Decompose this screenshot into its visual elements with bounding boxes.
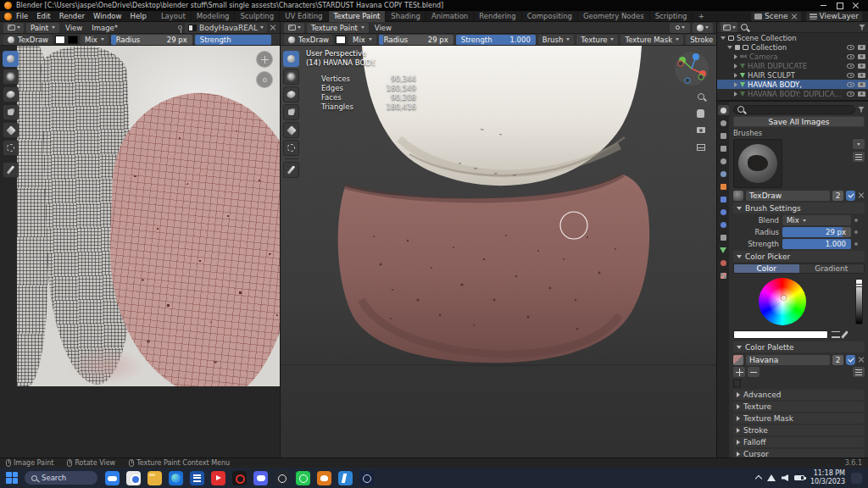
fill-tool-button[interactable] [3,122,19,138]
workspace-tab-geometry-nodes[interactable]: Geometry Nodes [578,11,650,22]
taskbar-app-youtube-music[interactable] [232,471,247,485]
annotate-tool-button[interactable] [3,162,19,178]
palette-icon[interactable] [733,355,743,365]
active-tool-button[interactable]: TexDraw [3,35,53,45]
cursor-panel-header[interactable]: Cursor [733,449,865,458]
taskbar-app-vscode[interactable] [338,471,353,485]
expander-icon[interactable] [734,54,737,59]
add-workspace-button[interactable]: + [693,11,709,22]
strength-slider[interactable]: Strength [195,35,271,45]
workspace-tab-shading[interactable]: Shading [386,11,426,22]
texture-popover[interactable]: Texture [576,35,618,45]
primary-color-swatch[interactable] [55,36,65,44]
taskbar-app-word[interactable] [190,471,204,485]
save-all-images-button[interactable]: Save All Images [733,116,865,127]
menu-render[interactable]: Render [55,12,89,20]
taskbar-app-file-explorer[interactable] [147,471,162,485]
battery-icon[interactable] [794,475,804,480]
unlink-brush-icon[interactable] [858,192,865,199]
smear-tool-button[interactable] [3,86,19,103]
viewport-overlays-button[interactable] [670,23,690,33]
search-input[interactable] [733,105,855,114]
expander-icon[interactable] [727,46,732,49]
outliner-row-havana-body[interactable]: HAVANA BODY, [717,80,868,89]
taskbar-app-blender[interactable] [317,471,331,485]
tab-material[interactable] [718,258,729,268]
palette-color-swatch[interactable] [733,380,741,387]
tab-world[interactable] [718,169,729,179]
annotate-tool-button[interactable] [283,162,299,178]
browse-brush-button[interactable] [853,139,865,149]
color-tab[interactable]: Color [734,264,799,273]
palette-name-field[interactable]: Havana [746,355,830,365]
pan-gizmo[interactable] [256,71,273,88]
current-color-swatch[interactable] [733,330,828,339]
active-tool-button[interactable]: TexDraw [284,35,333,45]
expander-icon[interactable] [734,64,737,69]
brush-preview[interactable] [733,139,782,188]
workspace-tab-sculpting[interactable]: Sculpting [235,11,280,22]
outliner-row-scene-collection[interactable]: Scene Collection [717,33,868,42]
clone-tool-button[interactable] [3,104,19,120]
unlink-scene-icon[interactable] [791,13,798,19]
swap-colors-icon[interactable] [832,331,840,338]
texture-panel-header[interactable]: Texture [733,402,865,412]
tab-tool[interactable] [718,105,729,115]
navigation-gizmo[interactable] [674,51,709,86]
pressure-toggle-icon[interactable] [854,242,858,246]
render-camera-icon[interactable] [858,82,865,87]
volume-icon[interactable] [782,474,788,481]
blend-mode-dropdown[interactable]: Mix [81,35,108,45]
workspace-tab-layout[interactable]: Layout [156,11,192,22]
editor-type-button[interactable] [284,23,304,33]
remove-color-button[interactable] [748,367,760,377]
editor-type-button[interactable] [3,23,24,33]
brush-mini-icon[interactable] [733,191,743,201]
expander-icon[interactable] [734,73,737,78]
scene-selector[interactable]: Scene [751,12,800,21]
editor-type-button[interactable] [721,22,737,32]
tab-modifiers[interactable] [718,194,729,204]
menu-edit[interactable]: Edit [32,12,54,20]
image-editor-canvas[interactable] [0,46,280,458]
texture-image[interactable] [17,46,280,386]
tab-output[interactable] [718,130,729,141]
taskbar-app-youtube[interactable] [211,471,225,485]
workspace-tab-texture-paint[interactable]: Texture Paint [329,11,387,22]
draw-tool-button[interactable] [283,51,299,67]
image-mode-dropdown[interactable]: Paint [26,23,59,33]
menu-window[interactable]: Window [89,12,126,20]
secondary-color-swatch[interactable] [68,36,78,44]
workspace-tab-compositing[interactable]: Compositing [522,11,578,22]
tab-scene[interactable] [718,156,729,166]
view-layer-selector[interactable]: ViewLayer [806,12,862,21]
menu-image[interactable]: Image* [88,24,121,32]
texture-mask-popover[interactable]: Texture Mask [620,35,683,45]
workspace-tab-scripting[interactable]: Scripting [650,11,693,22]
filter-icon[interactable] [859,25,865,30]
camera-view-button[interactable] [694,124,707,136]
workspace-tab-animation[interactable]: Animation [426,11,474,22]
tab-object-data[interactable] [718,245,729,255]
paint-color-swatch[interactable] [336,36,346,44]
fill-tool-button[interactable] [283,122,299,138]
start-button[interactable] [6,472,19,485]
wifi-icon[interactable] [767,474,776,481]
palette-users-count[interactable]: 2 [832,355,843,365]
unlink-image-icon[interactable] [270,25,276,31]
radius-slider[interactable]: Radius 29 px [379,35,453,45]
soften-tool-button[interactable] [283,69,299,85]
mask-tool-button[interactable] [3,140,19,156]
tab-physics[interactable] [718,219,729,230]
filter-icon[interactable] [858,107,865,113]
strength-slider[interactable]: 1.000 [782,239,851,249]
pan-button[interactable] [694,107,707,119]
zoom-gizmo[interactable] [256,51,273,68]
brush-popover[interactable]: Brush [538,35,575,45]
outliner-row-camera[interactable]: Camera [717,52,868,61]
clone-tool-button[interactable] [283,104,299,120]
render-camera-icon[interactable] [858,54,865,59]
color-picker-panel-header[interactable]: Color Picker [733,251,865,262]
taskbar-clock[interactable]: 11:18 PM 10/3/2023 [810,469,845,486]
eye-icon[interactable] [847,92,854,97]
